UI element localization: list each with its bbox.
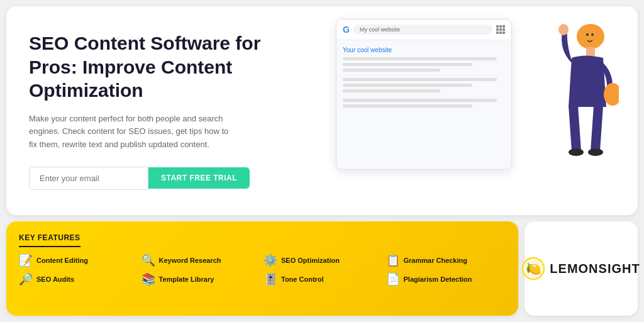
features-title: KEY FEATURES — [19, 233, 80, 247]
cta-row: START FREE TRIAL — [29, 167, 280, 190]
result-group-1 — [343, 57, 505, 72]
result-group-2 — [343, 78, 505, 92]
feature-item: 📝Content Editing — [19, 253, 139, 267]
result-line — [343, 84, 472, 87]
lemon-emoji: 🍋 — [526, 261, 541, 276]
hero-content: SEO Content Software for Pros: Improve C… — [29, 31, 280, 190]
svg-point-5 — [588, 148, 603, 156]
lemon-icon: 🍋 — [522, 257, 545, 280]
hero-title: SEO Content Software for Pros: Improve C… — [29, 31, 280, 103]
feature-item: 🔎SEO Audits — [19, 272, 139, 286]
feature-label: Template Library — [159, 275, 214, 283]
result-line — [343, 69, 440, 72]
features-grid: 📝Content Editing🔍Keyword Research⚙️SEO O… — [19, 253, 506, 286]
google-logo-icon: G — [343, 25, 350, 35]
feature-icon: 📋 — [386, 253, 400, 267]
lemonsight-brand-name: LEMONSIGHT — [550, 262, 640, 276]
result-line — [343, 78, 497, 81]
result-line — [343, 104, 472, 108]
result-line — [343, 89, 440, 92]
feature-icon: 🔍 — [142, 253, 155, 267]
grid-icon — [496, 25, 505, 34]
browser-search-box: My cool website — [353, 25, 492, 35]
svg-point-7 — [586, 33, 589, 36]
feature-label: Keyword Research — [159, 257, 221, 264]
browser-bar: G My cool website — [336, 19, 511, 40]
hero-card: SEO Content Software for Pros: Improve C… — [6, 6, 638, 215]
result-title: Your cool website — [343, 47, 505, 53]
result-line — [343, 99, 497, 102]
feature-item: ⚙️SEO Optimization — [264, 253, 384, 267]
svg-point-0 — [577, 24, 604, 49]
feature-label: Plagiarism Detection — [404, 275, 472, 283]
feature-icon: 🎚️ — [264, 272, 277, 286]
feature-item: 🔍Keyword Research — [142, 253, 262, 267]
result-group-3 — [343, 99, 505, 108]
hero-description: Make your content perfect for both peopl… — [29, 113, 236, 152]
feature-icon: 📚 — [142, 272, 155, 286]
svg-point-3 — [604, 83, 619, 106]
svg-point-6 — [591, 33, 594, 36]
email-input[interactable] — [29, 167, 148, 190]
feature-item: 🎚️Tone Control — [264, 272, 384, 286]
feature-label: Content Editing — [36, 257, 88, 264]
result-line — [343, 57, 497, 60]
feature-label: Tone Control — [281, 275, 324, 283]
feature-icon: ⚙️ — [264, 253, 277, 267]
feature-item: 📚Template Library — [142, 272, 262, 286]
feature-label: Grammar Checking — [404, 257, 467, 264]
features-card: KEY FEATURES 📝Content Editing🔍Keyword Re… — [6, 221, 518, 316]
cta-button[interactable]: START FREE TRIAL — [148, 167, 250, 189]
person-illustration — [518, 13, 619, 176]
browser-content: Your cool website — [336, 40, 511, 120]
feature-label: SEO Optimization — [281, 257, 340, 264]
feature-item: 📄Plagiarism Detection — [386, 272, 506, 286]
feature-label: SEO Audits — [36, 275, 74, 283]
svg-point-4 — [569, 148, 584, 156]
feature-item: 📋Grammar Checking — [386, 253, 506, 267]
lemonsight-logo-row: 🍋 LEMONSIGHT — [522, 257, 640, 280]
browser-mockup: G My cool website Your cool website — [336, 19, 512, 170]
feature-icon: 📝 — [19, 253, 33, 267]
feature-icon: 🔎 — [19, 272, 33, 286]
svg-point-2 — [558, 24, 569, 35]
lemonsight-card: 🍋 LEMONSIGHT — [525, 221, 638, 316]
bottom-row: KEY FEATURES 📝Content Editing🔍Keyword Re… — [6, 221, 638, 316]
result-line — [343, 63, 472, 66]
feature-icon: 📄 — [386, 272, 400, 286]
